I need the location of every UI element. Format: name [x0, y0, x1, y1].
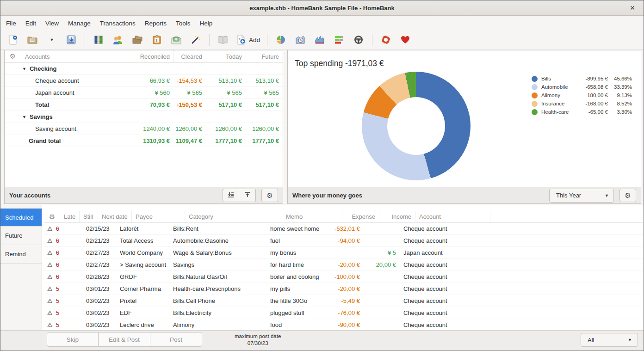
column-header-still[interactable]: Still	[79, 211, 98, 222]
chevron-down-icon: ▼	[628, 338, 632, 342]
statistics-report-button[interactable]	[272, 31, 289, 48]
post-button[interactable]: Post	[150, 332, 202, 347]
scheduled-transaction-row[interactable]: ⚠602/15/23LaforêtBills:Renthome sweet ho…	[44, 223, 643, 235]
payee: Total Access	[116, 237, 169, 244]
scheduled-transaction-row[interactable]: ⚠503/02/23PrixtelBills:Cell Phonethe lit…	[44, 295, 643, 307]
column-header-next-date[interactable]: Next date	[98, 211, 131, 222]
tab-scheduled[interactable]: Scheduled	[0, 208, 42, 227]
column-config-button[interactable]: ⚙	[44, 211, 60, 222]
close-icon[interactable]: ×	[627, 2, 638, 13]
scheduled-transaction-row[interactable]: ⚠602/21/23Total AccessAutomobile:Gasolin…	[44, 235, 643, 247]
column-header-reconciled[interactable]: Reconciled	[133, 50, 173, 62]
scheduled-rows: ⚠602/15/23LaforêtBills:Renthome sweet ho…	[44, 223, 643, 331]
manage-accounts-button[interactable]	[90, 31, 107, 48]
menu-edit[interactable]: Edit	[21, 18, 41, 29]
column-header-today[interactable]: Today	[206, 50, 246, 62]
expense-amount: -94,00 €	[327, 237, 364, 244]
column-header-late[interactable]: Late	[60, 211, 79, 222]
payee: Corner Pharma	[116, 285, 169, 292]
column-header-expense[interactable]: Expense	[342, 211, 379, 222]
scheduled-transaction-row[interactable]: ⚠503/02/23EDFBills:Electricityplugged st…	[44, 307, 643, 319]
account-balance	[206, 111, 246, 123]
column-header-future[interactable]: Future	[246, 50, 283, 62]
account-row[interactable]: Grand total1310,93 €1109,47 €1777,10 €17…	[5, 135, 283, 147]
late-count: 5	[56, 309, 59, 316]
column-header-accounts[interactable]: Accounts	[21, 53, 133, 60]
account-row[interactable]: Cheque account66,93 €-154,53 €513,10 €51…	[5, 75, 283, 87]
account-row[interactable]: Saving account1240,00 €1260,00 €1260,00 …	[5, 123, 283, 135]
scheduled-transaction-row[interactable]: ⚠602/28/23GRDFBills:Natural Gas/Oilboile…	[44, 271, 643, 283]
category: Wage & Salary:Bonus	[169, 249, 266, 256]
manage-assignments-button[interactable]	[187, 31, 204, 48]
menu-transactions[interactable]: Transactions	[95, 18, 140, 29]
manage-budget-button[interactable]	[168, 31, 185, 48]
gear-icon: ⚙	[10, 52, 16, 61]
title-bar[interactable]: example.xhb - HomeBank Sample File - Hom…	[0, 0, 644, 16]
account-balance: 70,93 €	[133, 99, 173, 111]
skip-button[interactable]: Skip	[47, 332, 99, 347]
legend-color-dot	[532, 76, 538, 82]
legend-row: Insurance-168,00 €8.52%	[532, 99, 637, 108]
donate-button[interactable]	[397, 31, 414, 48]
menu-tools[interactable]: Tools	[171, 18, 195, 29]
scheduled-transaction-row[interactable]: ⚠602/27/23World CompanyWage & Salary:Bon…	[44, 247, 643, 259]
menu-view[interactable]: View	[41, 18, 63, 29]
expander-triangle-icon[interactable]: ▼	[22, 115, 26, 119]
column-header-income[interactable]: Income	[379, 211, 415, 222]
account-row[interactable]: Japan account¥ 560¥ 565¥ 565¥ 565	[5, 87, 283, 99]
budget-report-button[interactable]	[331, 31, 347, 48]
next-date: 02/27/23	[82, 249, 116, 256]
open-file-button[interactable]	[24, 31, 41, 48]
chart-settings-button[interactable]: ⚙	[619, 189, 636, 202]
menu-help[interactable]: Help	[195, 18, 217, 29]
tab-remind[interactable]: Remind	[0, 245, 42, 264]
column-header-category[interactable]: Category	[185, 211, 282, 222]
legend-color-dot	[532, 84, 538, 90]
column-header-payee[interactable]: Payee	[131, 211, 185, 222]
tab-future[interactable]: Future	[0, 227, 42, 245]
next-date: 02/28/23	[82, 273, 116, 280]
menu-file[interactable]: File	[1, 18, 21, 29]
add-transaction-button[interactable]: € Add	[234, 31, 262, 48]
column-config-button[interactable]: ⚙	[5, 50, 21, 62]
save-button[interactable]	[63, 31, 80, 48]
collapse-all-button[interactable]	[239, 189, 256, 202]
accounts-footer: Your accounts ⚙	[5, 187, 283, 203]
next-date: 03/01/23	[82, 285, 116, 292]
show-ledger-button[interactable]	[215, 31, 231, 48]
account-name: Savings	[30, 113, 53, 120]
next-date: 02/27/23	[82, 261, 116, 268]
scheduled-transaction-row[interactable]: ⚠602/27/23> Saving accountSavingsfor har…	[44, 259, 643, 271]
new-file-button[interactable]	[5, 31, 21, 48]
column-header-cleared[interactable]: Cleared	[173, 50, 206, 62]
category: Bills:Electricity	[169, 309, 266, 316]
help-online-button[interactable]	[378, 31, 394, 48]
toolbar-separator	[85, 34, 85, 46]
scheduled-transaction-row[interactable]: ⚠503/01/23Corner PharmaHealth-care:Presc…	[44, 283, 643, 295]
expander-triangle-icon[interactable]: ▼	[22, 67, 26, 71]
column-header-memo[interactable]: Memo	[282, 211, 342, 222]
late-warning-icon: ⚠	[47, 237, 53, 244]
statistics-icon	[276, 35, 286, 45]
menu-manage[interactable]: Manage	[63, 18, 95, 29]
late-warning-icon: ⚠	[47, 321, 53, 328]
scheduled-transaction-row[interactable]: ⚠503/02/23Leclerc driveAlimonyfood-90,00…	[44, 319, 643, 331]
account-group-row[interactable]: ▼Savings	[5, 111, 283, 123]
manage-categories-button[interactable]	[129, 31, 146, 48]
manage-scheduled-button[interactable]: 3	[149, 31, 165, 48]
expand-all-button[interactable]	[223, 189, 239, 202]
column-header-account[interactable]: Account	[415, 211, 490, 222]
account-group-row[interactable]: ▼Checking	[5, 63, 283, 75]
trend-report-button[interactable]	[311, 31, 328, 48]
vehicle-cost-button[interactable]	[350, 31, 367, 48]
edit-post-button[interactable]: Edit & Post	[99, 332, 150, 347]
time-report-button[interactable]	[292, 31, 309, 48]
open-recent-button[interactable]: ▼	[43, 31, 60, 48]
period-dropdown[interactable]: This Year ▼	[549, 189, 614, 203]
filter-dropdown[interactable]: All ▼	[581, 333, 638, 347]
toolbar-separator	[372, 34, 372, 46]
accounts-settings-button[interactable]: ⚙	[261, 189, 278, 202]
manage-payees-button[interactable]	[110, 31, 126, 48]
account-row[interactable]: Total70,93 €-150,53 €517,10 €517,10 €	[5, 99, 283, 111]
menu-reports[interactable]: Reports	[140, 18, 171, 29]
